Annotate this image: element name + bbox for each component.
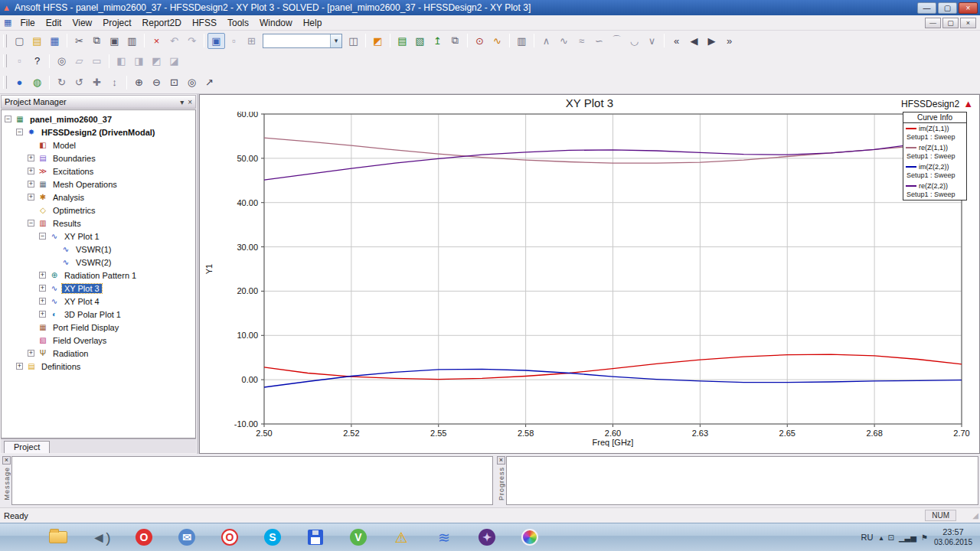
waveform-icon-7[interactable]: ∨ [643, 33, 661, 49]
context-help-icon[interactable]: ? [28, 53, 46, 69]
waveform-icon-2[interactable]: ∿ [555, 33, 573, 49]
boolean-split-icon[interactable]: ◪ [165, 53, 183, 69]
menu-hfss[interactable]: HFSS [187, 16, 222, 30]
xy-plot-canvas[interactable]: 2.502.522.552.582.602.632.652.682.70-10.… [200, 112, 977, 452]
tree-item-xy-plot-3[interactable]: +∿XY Plot 3 [2, 282, 195, 295]
project-tab[interactable]: Project [4, 441, 50, 453]
tree-item-port-field-display[interactable]: ▦Port Field Display [2, 321, 195, 334]
mdi-close-button[interactable]: × [960, 18, 976, 28]
tree-item-analysis[interactable]: +✱Analysis [2, 191, 195, 204]
expand-icon[interactable]: + [39, 272, 46, 279]
dynamic-zoom-icon[interactable]: ↕ [106, 74, 123, 90]
progress-content[interactable] [506, 456, 978, 505]
report-sheet-icon[interactable]: ▥ [513, 33, 531, 49]
globe-icon[interactable]: ◍ [28, 74, 46, 90]
pan-icon[interactable]: ✚ [88, 74, 106, 90]
waveform-icon-5[interactable]: ⌒ [608, 33, 626, 49]
green-v-app-icon[interactable]: V [341, 525, 376, 549]
waveform-icon-3[interactable]: ≈ [573, 33, 590, 49]
opera-browser-2-icon[interactable]: O [212, 525, 247, 549]
menu-view[interactable]: View [67, 16, 97, 30]
mail-client-icon[interactable]: ✉ [169, 525, 204, 549]
minimize-button[interactable]: — [917, 2, 936, 14]
paste-icon[interactable]: ▣ [106, 33, 123, 49]
paint-app-icon[interactable] [512, 525, 547, 549]
output-variables-icon[interactable]: ⧉ [446, 33, 464, 49]
orbit-icon[interactable]: ● [11, 74, 28, 90]
hidden-icons-icon[interactable]: ▴ [879, 533, 883, 542]
selection-combo[interactable]: ▾ [263, 34, 342, 48]
progress-close-icon[interactable]: × [497, 456, 505, 465]
notification-flag-icon[interactable]: ⚑ [921, 533, 928, 542]
open-icon[interactable]: ▤ [28, 33, 46, 49]
boolean-intersect-icon[interactable]: ◩ [148, 53, 165, 69]
tree-item-field-overlays[interactable]: ▧Field Overlays [2, 334, 195, 347]
alert-app-icon[interactable]: ⚠ [384, 525, 419, 549]
expand-icon[interactable]: + [28, 155, 34, 161]
message-content[interactable] [11, 456, 493, 505]
collapse-icon[interactable]: − [5, 116, 11, 122]
tree-item-radiation-pattern-1[interactable]: +⊕Radiation Pattern 1 [2, 269, 195, 282]
expand-icon[interactable]: + [28, 350, 34, 357]
expand-icon[interactable]: + [16, 363, 23, 370]
fit-all-icon[interactable]: ⊡ [165, 74, 183, 90]
tree-item-results[interactable]: −▥Results [2, 217, 195, 230]
tree-item-optimetrics[interactable]: ◇Optimetrics [2, 204, 195, 217]
boundary-display-icon[interactable]: ◩ [369, 33, 387, 49]
panel-close-icon[interactable]: × [188, 98, 192, 106]
trace-icon[interactable]: ∿ [488, 33, 506, 49]
backup-tool-icon[interactable] [298, 525, 333, 549]
redo-icon[interactable]: ↷ [183, 33, 201, 49]
collapse-icon[interactable]: − [28, 220, 34, 227]
tree-item-panel-mimo2600-37[interactable]: −▦panel_mimo2600_37 [2, 112, 195, 126]
align-icon-1[interactable]: ▱ [70, 53, 88, 69]
save-icon[interactable]: ▦ [46, 33, 64, 49]
menu-report2d[interactable]: Report2D [137, 16, 187, 30]
select-face-icon[interactable]: ▫ [225, 33, 243, 49]
maximize-button[interactable]: ▢ [938, 2, 957, 14]
properties-icon[interactable]: ▫ [11, 53, 28, 69]
tree-item-vswr-2[interactable]: ∿VSWR(2) [2, 256, 195, 269]
select-object-icon[interactable]: ▣ [207, 33, 225, 49]
solve-loop-icon[interactable]: ⊙ [471, 33, 488, 49]
waveform-icon-4[interactable]: ∽ [590, 33, 608, 49]
menu-edit[interactable]: Edit [41, 16, 67, 30]
menu-project[interactable]: Project [97, 16, 136, 30]
undo-icon[interactable]: ↶ [165, 33, 183, 49]
menu-file[interactable]: File [15, 16, 40, 30]
chevron-down-icon[interactable]: ▾ [330, 34, 341, 47]
tree-item-definitions[interactable]: +▤Definitions [2, 360, 195, 373]
modify-report-icon[interactable]: ▧ [411, 33, 429, 49]
network-icon[interactable]: ▁▃▅ [899, 533, 916, 542]
tree-item-hfssdesign2-drivenmodal[interactable]: −✸HFSSDesign2 (DrivenModal) [2, 126, 195, 139]
tree-item-mesh-operations[interactable]: +▦Mesh Operations [2, 178, 195, 191]
menu-help[interactable]: Help [298, 16, 328, 30]
zoom-out-icon[interactable]: ⊖ [148, 74, 165, 90]
align-icon-2[interactable]: ▭ [88, 53, 106, 69]
tree-item-xy-plot-4[interactable]: +∿XY Plot 4 [2, 295, 195, 308]
display-icon[interactable]: ⊡ [888, 533, 894, 542]
tree-item-radiation[interactable]: +ΨRadiation [2, 347, 195, 360]
zoom-in-icon[interactable]: ⊕ [130, 74, 148, 90]
coordinate-system-icon[interactable]: ⊞ [243, 33, 260, 49]
model-tree-icon[interactable]: ◫ [345, 33, 362, 49]
waveform-icon-6[interactable]: ◡ [626, 33, 643, 49]
tree-item-boundaries[interactable]: +▤Boundaries [2, 152, 195, 165]
menu-tools[interactable]: Tools [222, 16, 254, 30]
print-icon[interactable]: ▥ [123, 33, 141, 49]
expand-icon[interactable]: + [28, 181, 34, 187]
create-report-icon[interactable]: ▤ [394, 33, 411, 49]
message-close-icon[interactable]: × [2, 456, 11, 465]
mdi-minimize-button[interactable]: — [925, 18, 941, 28]
rotate-view-icon[interactable]: ↻ [53, 74, 70, 90]
first-sweep-icon[interactable]: « [668, 33, 685, 49]
purple-app-icon[interactable]: ✦ [469, 525, 505, 549]
opera-browser-icon[interactable]: O [126, 525, 162, 549]
next-sweep-icon[interactable]: ▶ [703, 33, 720, 49]
dataset-icon[interactable]: ↥ [429, 33, 446, 49]
last-sweep-icon[interactable]: » [720, 33, 738, 49]
expand-icon[interactable]: + [28, 168, 34, 174]
collapse-icon[interactable]: − [39, 233, 46, 240]
tree-item-vswr-1[interactable]: ∿VSWR(1) [2, 243, 195, 256]
expand-icon[interactable]: + [39, 298, 46, 305]
